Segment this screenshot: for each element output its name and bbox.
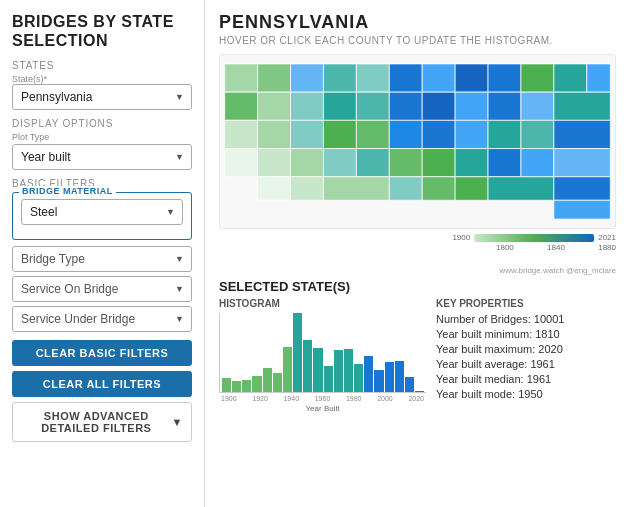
key-prop-row: Year built minimum: 1810 bbox=[436, 328, 616, 340]
histogram-chart bbox=[219, 313, 426, 393]
svg-rect-24 bbox=[258, 120, 291, 148]
svg-rect-48 bbox=[389, 177, 422, 201]
svg-rect-16 bbox=[356, 92, 389, 120]
plot-type-select-wrapper: Year built Condition Material bbox=[12, 144, 192, 170]
bridge-material-select-wrapper: Steel Concrete Wood bbox=[21, 199, 183, 225]
x-axis-title: Year Built bbox=[219, 404, 426, 413]
color-sublabel-3: 1880 bbox=[598, 243, 616, 252]
key-prop-row: Year built mode: 1950 bbox=[436, 388, 616, 400]
map-credit: www.bridge.watch @eng_mclare bbox=[219, 266, 616, 275]
color-sublabel-1: 1800 bbox=[496, 243, 514, 252]
svg-rect-53 bbox=[554, 200, 610, 219]
svg-rect-34 bbox=[225, 149, 258, 177]
plot-type-select[interactable]: Year built Condition Material bbox=[12, 144, 192, 170]
svg-rect-1 bbox=[258, 64, 291, 92]
color-bar-min-label: 1900 bbox=[452, 233, 470, 242]
state-field-label: State(s)* bbox=[12, 74, 192, 84]
svg-rect-11 bbox=[587, 64, 611, 92]
histogram-bar bbox=[242, 380, 251, 392]
service-under-bridge-select[interactable]: Service Under Bridge Waterway Highway bbox=[12, 306, 192, 332]
svg-rect-27 bbox=[356, 120, 389, 148]
histogram-bar bbox=[395, 361, 404, 392]
key-prop-row: Year built maximum: 2020 bbox=[436, 343, 616, 355]
bridge-material-select[interactable]: Steel Concrete Wood bbox=[21, 199, 183, 225]
bridge-material-group: Bridge Material Steel Concrete Wood bbox=[12, 192, 192, 240]
svg-rect-52 bbox=[554, 177, 610, 201]
svg-rect-18 bbox=[422, 92, 455, 120]
svg-rect-0 bbox=[225, 64, 258, 92]
svg-rect-15 bbox=[323, 92, 356, 120]
svg-rect-7 bbox=[455, 64, 488, 92]
histogram-bar bbox=[334, 350, 343, 392]
svg-rect-20 bbox=[488, 92, 521, 120]
svg-rect-3 bbox=[323, 64, 356, 92]
svg-rect-51 bbox=[488, 177, 554, 201]
histogram-bar bbox=[364, 356, 373, 392]
svg-rect-37 bbox=[323, 149, 356, 177]
histogram-bar bbox=[344, 349, 353, 392]
svg-rect-36 bbox=[291, 149, 324, 177]
advanced-filters-label: Show Advanced Detailed Filters bbox=[21, 410, 172, 434]
svg-rect-5 bbox=[389, 64, 422, 92]
key-props-list: Number of Bridges: 10001Year built minim… bbox=[436, 313, 616, 400]
service-on-bridge-row: Service On Bridge Highway Railroad bbox=[12, 276, 192, 302]
svg-rect-39 bbox=[389, 149, 422, 177]
svg-rect-25 bbox=[291, 120, 324, 148]
svg-rect-28 bbox=[389, 120, 422, 148]
svg-rect-44 bbox=[554, 149, 610, 177]
chevron-down-icon: ▼ bbox=[172, 416, 183, 428]
key-properties: Key Properties Number of Bridges: 10001Y… bbox=[436, 298, 616, 413]
svg-rect-30 bbox=[455, 120, 488, 148]
svg-rect-6 bbox=[422, 64, 455, 92]
map-instruction: Hover or click each county to update the… bbox=[219, 35, 616, 46]
svg-rect-29 bbox=[422, 120, 455, 148]
histogram-x-labels: 1900 1920 1940 1960 1980 2000 2020 bbox=[219, 395, 426, 402]
key-properties-title: Key Properties bbox=[436, 298, 616, 309]
svg-rect-43 bbox=[521, 149, 554, 177]
histogram-bar bbox=[263, 368, 272, 392]
left-panel: Bridges By State Selection States State(… bbox=[0, 0, 205, 507]
panel-title: Bridges By State Selection bbox=[12, 12, 192, 50]
key-prop-row: Number of Bridges: 10001 bbox=[436, 313, 616, 325]
color-bar-sublabels: 1800 1840 1880 bbox=[496, 243, 616, 252]
histogram-bar bbox=[405, 377, 414, 392]
histogram-label: Histogram bbox=[219, 298, 426, 309]
histogram-bar bbox=[273, 373, 282, 392]
svg-rect-2 bbox=[291, 64, 324, 92]
clear-all-filters-button[interactable]: Clear All Filters bbox=[12, 371, 192, 397]
svg-rect-13 bbox=[258, 92, 291, 120]
svg-rect-14 bbox=[291, 92, 324, 120]
key-prop-row: Year built median: 1961 bbox=[436, 373, 616, 385]
show-advanced-filters-button[interactable]: Show Advanced Detailed Filters ▼ bbox=[12, 402, 192, 442]
svg-rect-41 bbox=[455, 149, 488, 177]
histogram-area: Histogram 1900 1920 1940 1960 1980 2000 … bbox=[219, 298, 426, 413]
pennsylvania-map-svg bbox=[220, 55, 615, 228]
svg-rect-9 bbox=[521, 64, 554, 92]
histogram-bar bbox=[415, 391, 424, 392]
state-map[interactable] bbox=[219, 54, 616, 229]
service-on-bridge-select[interactable]: Service On Bridge Highway Railroad bbox=[12, 276, 192, 302]
service-under-bridge-row: Service Under Bridge Waterway Highway bbox=[12, 306, 192, 332]
histogram-bar bbox=[313, 348, 322, 392]
right-panel: Pennsylvania Hover or click each county … bbox=[205, 0, 630, 507]
selected-states-title: Selected State(s) bbox=[219, 279, 616, 294]
svg-rect-17 bbox=[389, 92, 422, 120]
states-section-label: States bbox=[12, 60, 192, 71]
display-options-label: Display Options bbox=[12, 118, 192, 129]
svg-rect-26 bbox=[323, 120, 356, 148]
svg-rect-40 bbox=[422, 149, 455, 177]
svg-rect-12 bbox=[225, 92, 258, 120]
svg-rect-45 bbox=[258, 177, 291, 201]
svg-rect-42 bbox=[488, 149, 521, 177]
svg-rect-21 bbox=[521, 92, 554, 120]
color-bar bbox=[474, 234, 594, 242]
state-select[interactable]: Pennsylvania New York Ohio bbox=[12, 84, 192, 110]
clear-basic-filters-button[interactable]: Clear Basic Filters bbox=[12, 340, 192, 366]
bridge-type-select[interactable]: Bridge Type Beam Arch bbox=[12, 246, 192, 272]
svg-rect-4 bbox=[356, 64, 389, 92]
bridge-material-group-label: Bridge Material bbox=[19, 186, 116, 196]
histogram-bar bbox=[354, 364, 363, 392]
svg-rect-23 bbox=[225, 120, 258, 148]
state-select-wrapper: Pennsylvania New York Ohio bbox=[12, 84, 192, 110]
plot-type-label: Plot Type bbox=[12, 132, 192, 142]
